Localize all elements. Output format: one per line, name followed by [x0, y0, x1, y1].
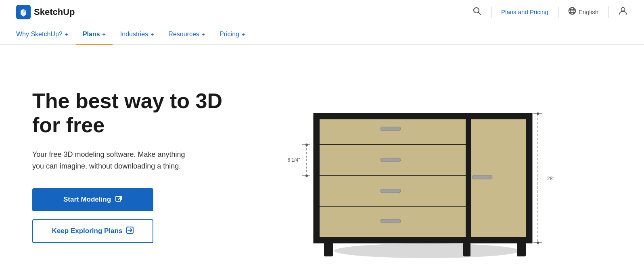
nav-plus-pricing: + [242, 31, 245, 37]
external-link-icon [115, 196, 122, 204]
svg-rect-30 [517, 243, 526, 256]
header-right: Plans and Pricing English [473, 6, 628, 18]
right-content: 6 1/4" 28" [226, 73, 612, 259]
keep-exploring-button[interactable]: Keep Exploring Plans [32, 219, 153, 243]
hero-title: The best way to 3D for free [32, 89, 226, 137]
arrow-right-icon [126, 227, 134, 236]
svg-rect-25 [314, 237, 532, 243]
svg-line-1 [479, 12, 481, 15]
language-selector[interactable]: English [568, 7, 598, 17]
nav-plus-industries: + [151, 31, 154, 37]
nav-label-resources: Resources [168, 31, 199, 38]
nav-item-plans[interactable]: Plans + [75, 24, 113, 45]
svg-rect-19 [381, 127, 401, 131]
nav-label-plans: Plans [83, 31, 100, 38]
main-content: The best way to 3D for free Your free 3D… [0, 45, 644, 279]
keep-exploring-label: Keep Exploring Plans [52, 227, 123, 235]
start-modeling-label: Start Modeling [63, 196, 111, 204]
header: SketchUp Plans and Pricing English [0, 0, 644, 24]
nav-item-resources[interactable]: Resources + [161, 24, 212, 45]
language-label: English [579, 8, 598, 15]
nav-item-pricing[interactable]: Pricing + [212, 24, 252, 45]
navbar: Why SketchUp? + Plans + Industries + Res… [0, 24, 644, 45]
nav-label-why-sketchup: Why SketchUp? [16, 31, 63, 38]
hero-subtitle: Your free 3D modeling software. Make any… [32, 149, 186, 172]
nav-plus-plans: + [102, 31, 106, 37]
svg-rect-28 [466, 114, 471, 243]
svg-text:28": 28" [547, 176, 554, 181]
nav-label-industries: Industries [120, 31, 148, 38]
user-icon[interactable] [618, 6, 628, 18]
nav-plus-resources: + [202, 31, 205, 37]
nav-item-industries[interactable]: Industries + [113, 24, 161, 45]
nav-label-pricing: Pricing [220, 31, 239, 38]
logo-link[interactable]: SketchUp [16, 5, 75, 19]
svg-rect-8 [116, 196, 121, 201]
nav-plus-why-sketchup: + [65, 31, 68, 37]
header-divider [491, 6, 491, 18]
logo-text: SketchUp [34, 7, 75, 17]
svg-rect-20 [381, 158, 401, 162]
svg-rect-27 [526, 114, 532, 243]
header-left: SketchUp [16, 5, 75, 19]
svg-rect-23 [472, 175, 492, 179]
svg-point-12 [334, 244, 520, 258]
svg-rect-22 [381, 219, 401, 223]
svg-rect-24 [314, 114, 532, 119]
left-content: The best way to 3D for free Your free 3D… [32, 89, 226, 243]
nav-item-why-sketchup[interactable]: Why SketchUp? + [16, 24, 75, 45]
svg-rect-21 [381, 189, 401, 193]
start-modeling-button[interactable]: Start Modeling [32, 188, 153, 211]
search-icon[interactable] [473, 6, 481, 17]
header-divider-3 [608, 6, 608, 18]
plans-pricing-link[interactable]: Plans and Pricing [501, 8, 548, 15]
svg-text:6 1/4": 6 1/4" [288, 157, 300, 163]
svg-rect-29 [324, 243, 333, 256]
svg-point-7 [621, 7, 625, 11]
svg-rect-26 [314, 114, 320, 243]
dresser-illustration: 6 1/4" 28" [278, 73, 560, 259]
logo-icon [16, 5, 31, 19]
svg-rect-31 [463, 243, 470, 256]
svg-rect-14 [314, 114, 467, 243]
header-divider-2 [558, 6, 558, 18]
globe-icon [568, 7, 576, 17]
